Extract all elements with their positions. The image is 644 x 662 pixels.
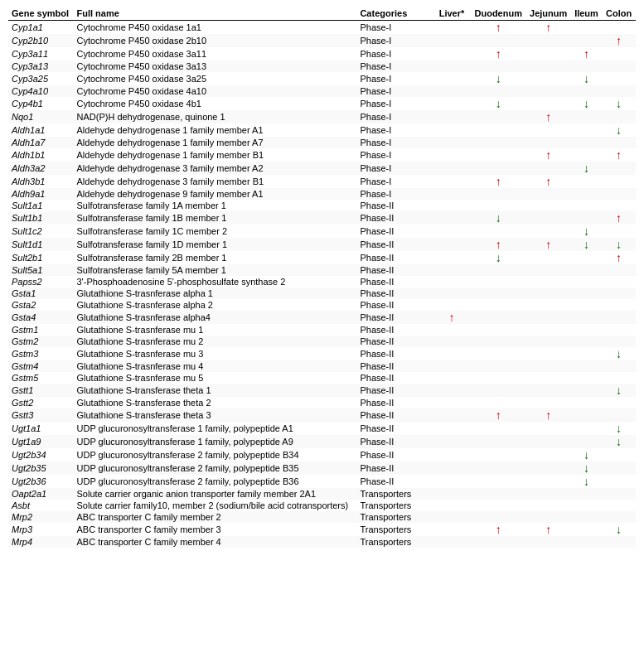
duo-cell (471, 137, 526, 148)
gene-category: Phase-II (356, 435, 433, 448)
duo-cell (471, 264, 526, 276)
liver-cell (433, 225, 471, 238)
duo-cell: ↑ (471, 47, 526, 60)
jej-cell (526, 488, 571, 500)
jej-cell (526, 360, 571, 372)
liver-cell (433, 137, 471, 148)
il-cell (571, 311, 602, 324)
liver-cell (433, 435, 471, 448)
table-row: Mrp3 ABC transporter C family member 3 T… (8, 523, 636, 536)
gene-symbol: Cyp3a11 (8, 47, 74, 60)
duo-cell: ↓ (471, 72, 526, 85)
table-row: Sult1b1 Sulfotransferase family 1B membe… (8, 211, 636, 225)
jej-cell: ↑ (526, 238, 571, 251)
gene-category: Phase-II (356, 288, 433, 299)
liver-cell (433, 60, 471, 72)
gene-fullname: Glutathione S-trasnferase mu 5 (74, 372, 357, 384)
table-row: Papss2 3'-Phosphoadenosine 5'-phosphosul… (8, 276, 636, 288)
gene-fullname: Glutathione S-trasnferase mu 2 (74, 336, 357, 347)
gene-symbol: Aldh3b1 (8, 175, 74, 188)
gene-category: Phase-II (356, 225, 433, 238)
duo-cell (471, 299, 526, 311)
col-cell (602, 360, 636, 372)
gene-fullname: Glutathione S-trasnferase alpha4 (74, 311, 357, 324)
col-cell (602, 511, 636, 523)
gene-fullname: Glutathione S-transferase theta 1 (74, 384, 357, 397)
arrow-up-red: ↑ (496, 238, 501, 251)
liver-cell (433, 110, 471, 123)
gene-fullname: Sulfotransferase family 1D member 1 (74, 238, 357, 251)
liver-cell (433, 148, 471, 162)
gene-category: Phase-II (356, 311, 433, 324)
liver-cell (433, 360, 471, 372)
arrow-up-red: ↑ (545, 21, 551, 34)
liver-cell (433, 276, 471, 288)
gene-category: Phase-II (356, 264, 433, 276)
liver-cell (433, 200, 471, 211)
gene-symbol: Gsta4 (8, 311, 74, 324)
jej-cell (526, 324, 571, 336)
gene-category: Phase-I (356, 21, 433, 35)
jej-cell (526, 251, 571, 264)
jej-cell (526, 311, 571, 324)
duo-cell (471, 324, 526, 336)
col-cell (602, 461, 636, 475)
duo-cell (471, 372, 526, 384)
jej-cell (526, 97, 571, 110)
col-cell (602, 72, 636, 85)
jej-cell (526, 60, 571, 72)
gene-fullname: Aldehyde dehydrogenase 9 family member A… (74, 188, 357, 200)
duo-cell (471, 110, 526, 123)
duo-cell (471, 536, 526, 548)
gene-fullname: UDP glucuronosyltransferase 2 family, po… (74, 461, 357, 475)
arrow-down-green: ↓ (616, 435, 622, 448)
gene-symbol: Aldh9a1 (8, 188, 74, 200)
il-cell (571, 384, 602, 397)
il-cell (571, 148, 602, 162)
jej-cell: ↑ (526, 523, 571, 536)
jej-cell: ↑ (526, 408, 571, 422)
il-cell (571, 511, 602, 523)
duo-cell (471, 188, 526, 200)
il-cell (571, 276, 602, 288)
gene-symbol: Cyp1a1 (8, 21, 74, 35)
gene-category: Phase-II (356, 347, 433, 360)
col-cell (602, 85, 636, 97)
gene-category: Phase-II (356, 360, 433, 372)
il-cell (571, 264, 602, 276)
gene-symbol: Gstm4 (8, 360, 74, 372)
duo-cell (471, 200, 526, 211)
gene-fullname: Glutathione S-trasnferase mu 4 (74, 360, 357, 372)
arrow-down-green: ↓ (583, 72, 589, 85)
arrow-down-green: ↓ (616, 384, 622, 397)
gene-symbol: Aldh1a1 (8, 123, 74, 137)
col-cell (602, 397, 636, 408)
arrow-down-green: ↓ (583, 225, 589, 238)
il-cell: ↓ (571, 225, 602, 238)
col-cell: ↓ (602, 97, 636, 110)
il-cell: ↑ (571, 47, 602, 60)
il-cell (571, 288, 602, 299)
gene-fullname: Cytochrome P450 oxidase 4b1 (74, 97, 357, 110)
table-row: Aldh3b1 Aldehyde dehydrogenase 3 family … (8, 175, 636, 188)
gene-category: Transporters (356, 523, 433, 536)
gene-category: Phase-II (356, 299, 433, 311)
main-container: Gene symbol Full name Categories Liver* … (0, 0, 644, 554)
jej-cell (526, 347, 571, 360)
gene-fullname: Glutathione S-trasnferase alpha 1 (74, 288, 357, 299)
header-gene: Gene symbol (8, 7, 74, 21)
col-cell (602, 311, 636, 324)
gene-category: Phase-I (356, 148, 433, 162)
gene-symbol: Sult1c2 (8, 225, 74, 238)
arrow-down-green: ↓ (496, 211, 501, 225)
arrow-down-green: ↓ (583, 461, 589, 475)
jej-cell: ↑ (526, 148, 571, 162)
duo-cell (471, 511, 526, 523)
gene-symbol: Papss2 (8, 276, 74, 288)
col-cell (602, 200, 636, 211)
gene-category: Phase-II (356, 448, 433, 461)
il-cell (571, 188, 602, 200)
liver-cell (433, 299, 471, 311)
duo-cell (471, 311, 526, 324)
table-row: Sult2b1 Sulfotransferase family 2B membe… (8, 251, 636, 264)
